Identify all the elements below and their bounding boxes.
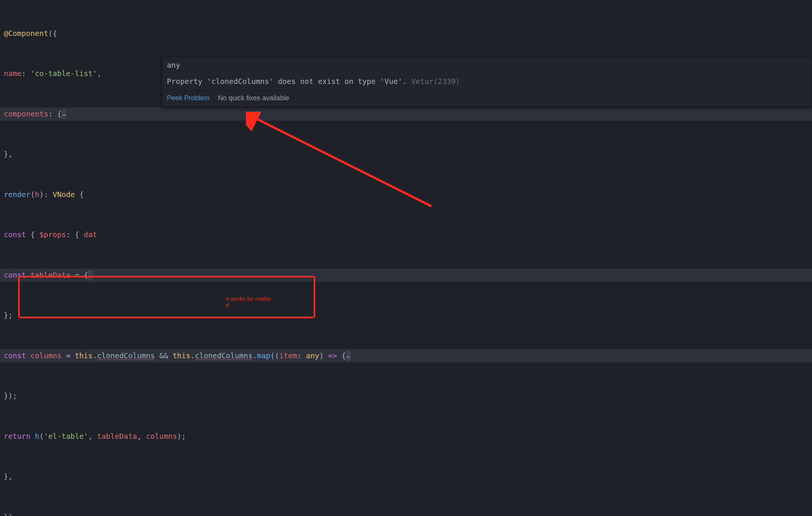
code-line[interactable]: const tableData = {… [0,269,812,282]
code-line[interactable]: }) [0,510,812,516]
code-line[interactable]: }, [0,470,812,483]
code-line[interactable]: render(h): VNode { [0,188,812,202]
hover-tooltip: any Property 'clonedColumns' does not ex… [162,57,812,107]
hover-source: Vetur(2339) [411,77,460,86]
hover-type: any [162,57,812,73]
code-line[interactable]: }; [0,309,812,322]
hover-message: Property 'clonedColumns' does not exist … [162,73,812,90]
fold-ellipsis-icon[interactable]: … [346,351,351,361]
peek-problem-link[interactable]: Peek Problem [167,92,210,104]
code-line[interactable]: }); [0,389,812,403]
code-line[interactable]: components: {… [0,107,812,121]
fold-ellipsis-icon[interactable]: … [62,109,67,119]
hover-actions: Peek Problem No quick fixes available [162,90,812,107]
code-line[interactable]: }, [0,148,812,161]
no-quick-fixes-label: No quick fixes available [218,92,289,104]
error-token-clonedcolumns[interactable]: clonedColumns [97,349,155,362]
code-line-error[interactable]: const columns = this.clonedColumns && th… [0,349,812,363]
decorator: @Component [4,27,48,40]
annotation-text: It works for metho d [226,296,286,308]
error-token-clonedcolumns[interactable]: clonedColumns [195,349,253,362]
punct: ({ [48,27,57,40]
code-line[interactable]: return h('el-table', tableData, columns)… [0,430,812,443]
code-line[interactable]: @Component({ [0,27,812,40]
fold-ellipsis-icon[interactable]: … [88,270,93,280]
code-line[interactable]: const { $props: { dat [0,228,812,242]
